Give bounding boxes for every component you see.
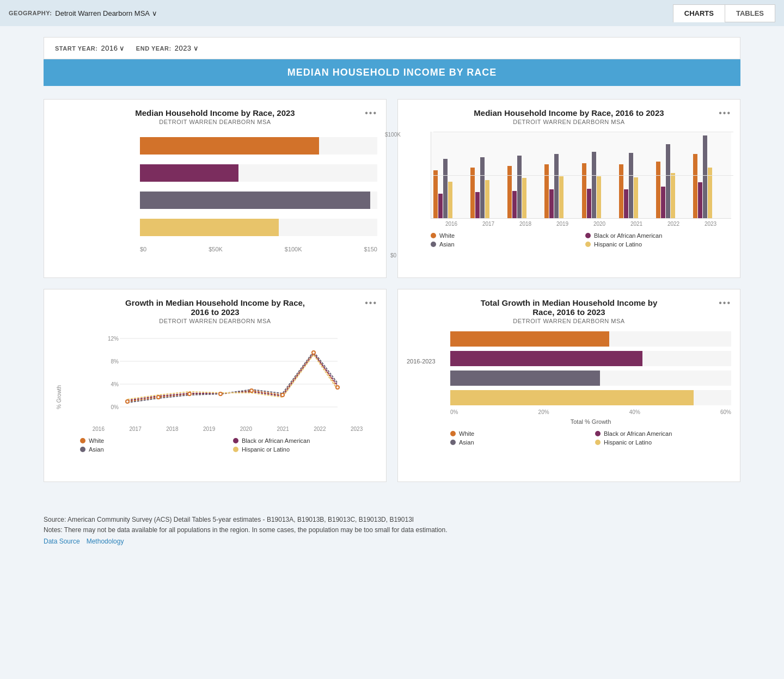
hispanic-legend-dot xyxy=(233,447,238,452)
bar-fill xyxy=(450,371,600,386)
chart1-title: Median Household Income by Race, 2023 xyxy=(135,108,295,118)
black-legend-label: Black or African American xyxy=(242,437,310,444)
bar-fill xyxy=(140,192,370,209)
chart-card-2: Median Household Income by Race, 2016 to… xyxy=(397,99,740,278)
geography-label: GEOGRAPHY: xyxy=(9,10,52,16)
chevron-down-icon: ∨ xyxy=(193,44,199,52)
controls-bar: START YEAR: 2016 ∨ END YEAR: 2023 ∨ xyxy=(44,37,740,59)
svg-point-8 xyxy=(126,400,129,403)
svg-point-14 xyxy=(312,351,315,354)
legend-item: Asian xyxy=(431,241,577,248)
svg-point-10 xyxy=(188,392,191,396)
vbar-bar xyxy=(554,154,559,218)
vbar-bar xyxy=(544,164,549,218)
bar-track xyxy=(140,192,377,209)
chart1-bar-row: White xyxy=(140,137,377,155)
chart2-subtitle: DETROIT WARREN DEARBORN MSA xyxy=(474,119,664,125)
hispanic-legend-label: Hispanic or Latino xyxy=(242,446,290,453)
vbar-bar xyxy=(619,164,623,218)
start-year-selector[interactable]: 2016 ∨ xyxy=(101,44,125,52)
legend-label: Asian xyxy=(459,439,474,446)
legend-label: Hispanic or Latino xyxy=(594,241,642,248)
tab-tables[interactable]: TABLES xyxy=(725,4,775,22)
xaxis-label: $100K xyxy=(285,246,302,252)
legend-hispanic: Hispanic or Latino xyxy=(233,446,377,453)
vbar-group xyxy=(470,157,506,218)
vbar-bar xyxy=(597,176,601,218)
tab-charts[interactable]: CHARTS xyxy=(673,4,725,22)
chart4-options-icon[interactable]: ••• xyxy=(719,298,731,308)
legend-dot xyxy=(595,431,601,436)
data-source-link[interactable]: Data Source xyxy=(44,538,80,545)
vbar-bar xyxy=(559,176,564,218)
legend-item: Asian xyxy=(450,439,586,446)
chevron-down-icon: ∨ xyxy=(119,44,125,52)
source-line: Source: American Community Survey (ACS) … xyxy=(44,515,740,525)
xaxis-label: $50K xyxy=(209,246,223,252)
legend-dot xyxy=(595,440,601,445)
vbar-bar xyxy=(582,163,586,218)
legend-label: Black or African American xyxy=(594,232,662,239)
svg-text:0%: 0% xyxy=(111,404,119,410)
legend-item: White xyxy=(431,232,577,239)
methodology-link[interactable]: Methodology xyxy=(87,538,124,545)
geography-selector[interactable]: Detroit Warren Dearborn MSA ∨ xyxy=(55,9,157,17)
vbar-bar xyxy=(693,154,697,218)
end-year-label: END YEAR: xyxy=(136,45,171,52)
white-legend-label: White xyxy=(89,437,104,444)
chart4-subtitle: DETROIT WARREN DEARBORN MSA xyxy=(476,318,661,324)
chart2-header: Median Household Income by Race, 2016 to… xyxy=(407,108,731,132)
charts-grid: Median Household Income by Race, 2023 DE… xyxy=(44,99,740,482)
footer: Source: American Community Survey (ACS) … xyxy=(0,504,784,556)
chart3-legend: White Black or African American Asian Hi… xyxy=(80,437,377,453)
svg-point-13 xyxy=(281,393,284,397)
white-legend-dot xyxy=(80,438,85,443)
chart3-body: % Growth 12% 8% 4% 0% xyxy=(53,331,377,464)
chart4-legend: WhiteBlack or African AmericanAsianHispa… xyxy=(450,430,731,446)
legend-item: Black or African American xyxy=(595,430,731,437)
chart4-xlabel: Total % Growth xyxy=(450,418,731,425)
chart3-yaxis-label: % Growth xyxy=(56,385,62,409)
chart4-xaxis: 0%20%40%60% xyxy=(450,409,731,415)
bar-track xyxy=(140,137,377,155)
xaxis-label: $0 xyxy=(140,246,146,252)
chart4-row-label: 2016-2023 xyxy=(407,358,436,365)
xaxis-label: 2022 xyxy=(667,221,679,227)
vbar-group xyxy=(619,153,655,218)
legend-dot xyxy=(585,242,591,247)
end-year-value: 2023 xyxy=(175,44,192,52)
legend-dot xyxy=(431,242,436,247)
vbar-bar xyxy=(592,152,596,218)
svg-point-12 xyxy=(250,389,253,392)
black-legend-dot xyxy=(233,438,238,443)
vbar-bar xyxy=(480,157,485,218)
chart3-options-icon[interactable]: ••• xyxy=(365,298,377,308)
vbar-bar xyxy=(517,156,522,218)
chevron-down-icon: ∨ xyxy=(152,9,157,17)
xaxis-label: 2023 xyxy=(705,221,716,227)
main-content: START YEAR: 2016 ∨ END YEAR: 2023 ∨ MEDI… xyxy=(0,26,784,504)
bar-track xyxy=(450,351,731,366)
vbar-bar xyxy=(661,187,665,218)
bar-fill xyxy=(140,164,238,182)
chart1-options-icon[interactable]: ••• xyxy=(365,108,377,118)
chart1-bar-row: Black or African American xyxy=(140,164,377,182)
legend-dot xyxy=(450,440,456,445)
end-year-selector[interactable]: 2023 ∨ xyxy=(175,44,199,52)
footer-source-text: Source: American Community Survey (ACS) … xyxy=(44,515,740,535)
vbar-bar xyxy=(522,178,526,218)
legend-black: Black or African American xyxy=(233,437,377,444)
header: GEOGRAPHY: Detroit Warren Dearborn MSA ∨… xyxy=(0,0,784,26)
asian-legend-dot xyxy=(80,447,85,452)
start-year-value: 2016 xyxy=(101,44,118,52)
bar-track xyxy=(140,219,377,236)
bar-fill xyxy=(140,219,279,236)
xaxis-label: 2020 xyxy=(593,221,605,227)
chart3-title: Growth in Median Household Income by Rac… xyxy=(122,298,308,317)
chart2-options-icon[interactable]: ••• xyxy=(719,108,731,118)
xaxis-label: 2021 xyxy=(630,221,642,227)
vbar-bar xyxy=(703,135,707,218)
chart4-bar-row xyxy=(450,350,731,367)
vbar-group xyxy=(507,156,543,218)
chart-card-3: Growth in Median Household Income by Rac… xyxy=(44,289,387,482)
